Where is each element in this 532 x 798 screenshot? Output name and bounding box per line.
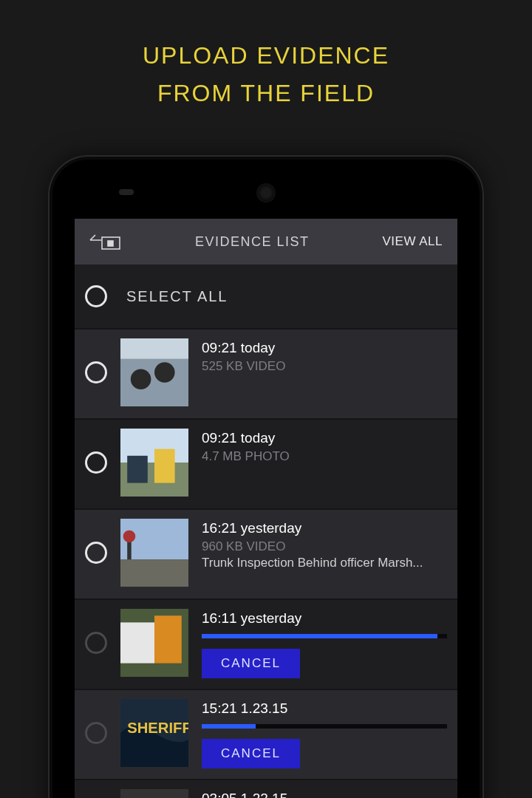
evidence-item[interactable]: 03:05 1.22.15 xyxy=(75,779,457,798)
back-icon[interactable] xyxy=(89,233,122,250)
svg-rect-8 xyxy=(154,449,175,483)
item-time: 09:21 today xyxy=(202,340,447,356)
svg-point-13 xyxy=(123,531,136,543)
select-all-row[interactable]: SELECT ALL xyxy=(75,265,457,328)
upload-progress-fill xyxy=(202,634,437,638)
item-radio[interactable] xyxy=(85,542,107,564)
item-thumbnail[interactable] xyxy=(120,519,188,587)
cancel-button[interactable]: CANCEL xyxy=(202,739,300,768)
evidence-item[interactable]: 16:11 yesterdayCANCEL xyxy=(75,598,457,689)
item-radio[interactable] xyxy=(85,722,107,744)
promo-title: UPLOAD EVIDENCE FROM THE FIELD xyxy=(0,0,532,134)
svg-rect-3 xyxy=(120,338,188,359)
svg-point-5 xyxy=(154,362,175,383)
upload-progress-fill xyxy=(202,724,256,729)
item-info: 03:05 1.22.15 xyxy=(202,789,447,798)
item-time: 09:21 today xyxy=(202,430,447,446)
svg-rect-16 xyxy=(154,615,182,663)
header-title: EVIDENCE LIST xyxy=(195,234,310,250)
item-thumbnail[interactable] xyxy=(120,609,188,677)
item-time: 16:11 yesterday xyxy=(202,610,447,627)
front-camera xyxy=(258,185,274,201)
item-info: 15:21 1.23.15CANCEL xyxy=(202,699,447,768)
item-info: 16:21 yesterday960 KB VIDEOTrunk Inspect… xyxy=(202,519,447,570)
item-time: 15:21 1.23.15 xyxy=(202,700,447,717)
svg-text:SHERIFF: SHERIFF xyxy=(127,720,188,736)
item-radio[interactable] xyxy=(85,361,107,383)
svg-rect-9 xyxy=(127,456,148,483)
item-meta: 4.7 MB PHOTO xyxy=(202,449,447,464)
view-all-button[interactable]: VIEW ALL xyxy=(383,234,443,249)
evidence-item[interactable]: 09:21 today525 KB VIDEO xyxy=(75,328,457,418)
item-meta: 525 KB VIDEO xyxy=(202,359,447,374)
item-desc: Trunk Inspection Behind officer Marsh... xyxy=(202,556,447,570)
cancel-button[interactable]: CANCEL xyxy=(202,649,300,678)
evidence-item[interactable]: 09:21 today4.7 MB PHOTO xyxy=(75,418,457,508)
svg-rect-15 xyxy=(120,622,154,663)
app-screen: EVIDENCE LIST VIEW ALL SELECT ALL 09:21 … xyxy=(75,219,457,798)
app-header: EVIDENCE LIST VIEW ALL xyxy=(75,219,457,265)
evidence-item[interactable]: 16:21 yesterday960 KB VIDEOTrunk Inspect… xyxy=(75,508,457,598)
item-thumbnail[interactable] xyxy=(120,429,188,497)
phone-inner: EVIDENCE LIST VIEW ALL SELECT ALL 09:21 … xyxy=(52,160,480,798)
item-radio[interactable] xyxy=(85,451,107,474)
promo-line-1: UPLOAD EVIDENCE xyxy=(0,37,532,75)
select-all-label: SELECT ALL xyxy=(126,288,228,305)
item-time: 16:21 yesterday xyxy=(202,520,447,536)
item-info: 09:21 today4.7 MB PHOTO xyxy=(202,429,447,466)
upload-progress-bar xyxy=(202,724,447,729)
svg-point-4 xyxy=(131,369,151,389)
item-meta: 960 KB VIDEO xyxy=(202,539,447,554)
item-time: 03:05 1.22.15 xyxy=(202,791,447,798)
speaker-grille xyxy=(119,189,134,195)
item-info: 09:21 today525 KB VIDEO xyxy=(202,338,447,375)
upload-progress-bar xyxy=(202,634,447,638)
phone-frame: EVIDENCE LIST VIEW ALL SELECT ALL 09:21 … xyxy=(48,155,484,798)
promo-line-2: FROM THE FIELD xyxy=(0,75,532,112)
item-thumbnail[interactable]: SHERIFF xyxy=(120,699,188,767)
evidence-list: 09:21 today525 KB VIDEO09:21 today4.7 MB… xyxy=(75,328,457,798)
svg-rect-11 xyxy=(120,559,188,587)
item-info: 16:11 yesterdayCANCEL xyxy=(202,609,447,678)
item-radio[interactable] xyxy=(85,632,107,654)
item-thumbnail[interactable] xyxy=(120,789,188,798)
item-thumbnail[interactable] xyxy=(120,338,188,406)
svg-rect-19 xyxy=(120,789,188,798)
svg-rect-1 xyxy=(108,241,113,246)
evidence-item[interactable]: SHERIFF15:21 1.23.15CANCEL xyxy=(75,689,457,779)
select-all-radio[interactable] xyxy=(85,285,107,307)
